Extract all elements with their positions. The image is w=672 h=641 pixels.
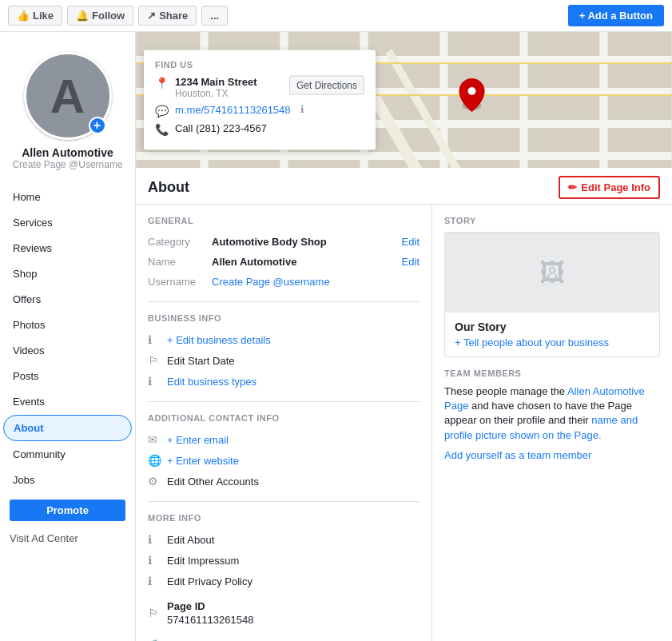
team-section-title: TEAM MEMBERS xyxy=(444,368,660,378)
main-content: A + Allen Automotive Create Page @Userna… xyxy=(0,32,672,641)
tell-people-link[interactable]: + Tell people about your business xyxy=(455,336,650,348)
messenger-row: 💬 m.me/574161113261548 ℹ xyxy=(155,104,364,117)
right-column: STORY 🖼 Our Story + Tell people about yo… xyxy=(432,205,672,641)
left-column: GENERAL Category Automotive Body Shop Ed… xyxy=(136,205,432,641)
category-row: Category Automotive Body Shop Edit xyxy=(148,232,420,252)
add-business-details[interactable]: ℹ + Edit business details xyxy=(148,329,420,350)
username-row: Username Create Page @username xyxy=(148,272,420,292)
email-icon: ✉ xyxy=(148,433,161,446)
general-divider xyxy=(148,301,420,302)
content-area: FIND US 📍 1234 Main Street Houston, TX G… xyxy=(136,32,672,641)
edit-about[interactable]: ℹ Edit About xyxy=(148,529,420,550)
sidebar-item-photos[interactable]: Photos xyxy=(3,313,132,337)
info-circle-icon: ℹ xyxy=(148,333,161,346)
avatar: A + xyxy=(24,52,112,140)
address-line2: Houston, TX xyxy=(175,88,257,99)
about-header: About ✏ Edit Page Info xyxy=(136,168,672,205)
add-button-btn[interactable]: + Add a Button xyxy=(568,5,664,26)
business-info-title: BUSINESS INFO xyxy=(148,313,420,323)
info-icon: ℹ xyxy=(148,375,161,388)
sidebar-item-events[interactable]: Events xyxy=(3,389,132,414)
profile-section: A + Allen Automotive Create Page @Userna… xyxy=(0,40,135,178)
edit-business-types[interactable]: ℹ Edit business types xyxy=(148,371,420,392)
story-content: Our Story + Tell people about your busin… xyxy=(445,313,659,356)
general-section-title: GENERAL xyxy=(148,216,420,225)
name-edit[interactable]: Edit xyxy=(402,256,420,268)
info-icon: ℹ xyxy=(300,104,304,115)
svg-rect-11 xyxy=(600,32,608,168)
get-directions-button[interactable]: Get Directions xyxy=(289,76,364,95)
more-button[interactable]: ... xyxy=(201,6,228,26)
name-label: Name xyxy=(148,256,212,268)
phone-number: Call (281) 223-4567 xyxy=(175,122,267,134)
like-button[interactable]: 👍 Like xyxy=(8,6,62,26)
globe-icon: 🌐 xyxy=(148,454,161,467)
edit-other-accounts[interactable]: ⚙ Edit Other Accounts xyxy=(148,471,420,492)
follow-button[interactable]: 🔔 Follow xyxy=(67,6,133,26)
username-value[interactable]: Create Page @username xyxy=(212,276,330,288)
enter-website[interactable]: 🌐 + Enter website xyxy=(148,450,420,471)
address-row: 📍 1234 Main Street Houston, TX Get Direc… xyxy=(155,76,364,99)
privacy-icon: ℹ xyxy=(148,575,161,587)
category-label: Category xyxy=(148,236,212,248)
sidebar-item-jobs[interactable]: Jobs xyxy=(3,468,132,492)
edit-impressum[interactable]: ℹ Edit Impressum xyxy=(148,550,420,571)
pencil-icon: ✏ xyxy=(568,181,577,193)
find-us-title: FIND US xyxy=(155,60,364,70)
sidebar-item-home[interactable]: Home xyxy=(3,185,132,209)
contact-info-title: ADDITIONAL CONTACT INFO xyxy=(148,413,420,423)
edit-privacy-policy[interactable]: ℹ Edit Privacy Policy xyxy=(148,571,420,591)
edit-start-date[interactable]: 🏳 Edit Start Date xyxy=(148,350,420,371)
more-info-title: MORE INFO xyxy=(148,513,420,523)
visit-ad-center[interactable]: Visit Ad Center xyxy=(10,532,125,544)
impressum-icon: ℹ xyxy=(148,554,161,567)
add-photo-button[interactable]: + xyxy=(89,117,106,134)
page-wrapper: 👍 Like 🔔 Follow ↗ Share ... + Add a Butt… xyxy=(0,0,672,641)
about-icon: ℹ xyxy=(148,533,161,546)
top-bar-actions: 👍 Like 🔔 Follow ↗ Share ... xyxy=(8,6,228,26)
cover-area: FIND US 📍 1234 Main Street Houston, TX G… xyxy=(136,32,672,168)
page-id-icon: 🏳 xyxy=(148,607,161,619)
team-description: These people manage the Allen Automotive… xyxy=(444,384,660,443)
page-name: Allen Automotive xyxy=(22,146,113,159)
phone-row: 📞 Call (281) 223-4567 xyxy=(155,122,364,136)
team-page-link[interactable]: Allen Automotive Page xyxy=(444,385,645,412)
share-button[interactable]: ↗ Share xyxy=(138,6,197,26)
image-placeholder-icon: 🖼 xyxy=(539,258,565,288)
contact-divider xyxy=(148,501,420,502)
sidebar-item-services[interactable]: Services xyxy=(3,210,132,235)
category-value: Automotive Body Shop xyxy=(212,236,402,248)
sidebar-item-offers[interactable]: Offers xyxy=(3,287,132,312)
sidebar-item-posts[interactable]: Posts xyxy=(3,364,132,388)
business-divider xyxy=(148,401,420,402)
edit-page-info-button[interactable]: ✏ Edit Page Info xyxy=(559,176,660,199)
add-team-member-link[interactable]: Add yourself as a team member xyxy=(444,449,660,461)
about-title: About xyxy=(148,179,189,196)
story-section-title: STORY xyxy=(444,216,660,225)
phone-icon: 📞 xyxy=(155,123,169,136)
category-edit[interactable]: Edit xyxy=(402,236,420,248)
sidebar-item-videos[interactable]: Videos xyxy=(3,338,132,363)
story-box: 🖼 Our Story + Tell people about your bus… xyxy=(444,232,660,357)
sidebar-item-shop[interactable]: Shop xyxy=(3,261,132,286)
thumbs-up-icon: 👍 xyxy=(17,10,30,22)
svg-rect-10 xyxy=(520,32,528,168)
location-icon: 📍 xyxy=(155,77,169,90)
address-line1: 1234 Main Street xyxy=(175,76,257,88)
story-image[interactable]: 🖼 xyxy=(445,233,659,313)
page-id-label: Page ID xyxy=(167,600,253,612)
sidebar: A + Allen Automotive Create Page @Userna… xyxy=(0,32,136,641)
sidebar-item-about[interactable]: About xyxy=(3,415,132,441)
sidebar-item-reviews[interactable]: Reviews xyxy=(3,236,132,261)
promote-button[interactable]: Promote xyxy=(10,500,125,521)
nav-list: Home Services Reviews Shop Offers Photos… xyxy=(0,185,135,492)
accounts-icon: ⚙ xyxy=(148,475,161,488)
enter-email[interactable]: ✉ + Enter email xyxy=(148,429,420,450)
page-id-value: 574161113261548 xyxy=(167,614,253,626)
messenger-link[interactable]: m.me/574161113261548 xyxy=(175,104,291,116)
team-name-link[interactable]: name and profile picture shown on the Pa… xyxy=(444,414,638,440)
sidebar-item-community[interactable]: Community xyxy=(3,442,132,467)
page-username[interactable]: Create Page @Username xyxy=(12,159,122,170)
avatar-letter: A xyxy=(50,69,85,124)
about-section: About ✏ Edit Page Info GENERAL Category … xyxy=(136,168,672,641)
